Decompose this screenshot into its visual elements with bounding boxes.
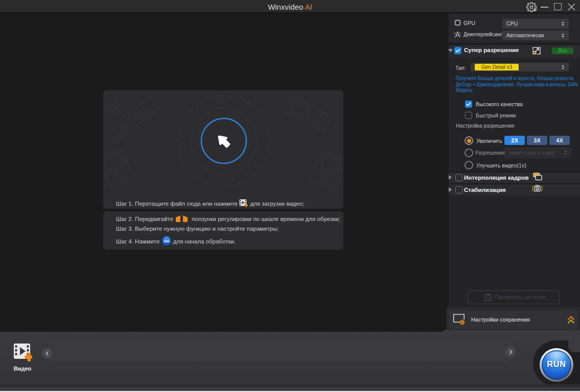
svg-text:RUN: RUN	[164, 240, 169, 243]
